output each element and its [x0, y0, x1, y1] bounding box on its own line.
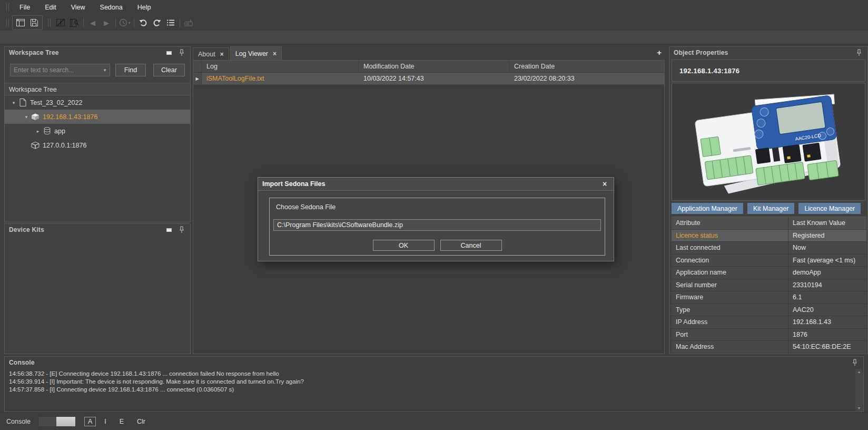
filter-error-button[interactable]: E	[116, 417, 127, 426]
filter-all-button[interactable]: A	[84, 417, 96, 426]
minimize-icon[interactable]	[165, 226, 173, 233]
dialog-body: Choose Sedona File OK Cancel	[258, 191, 614, 256]
clear-console-button[interactable]: Clr	[134, 417, 149, 426]
cancel-button[interactable]: Cancel	[440, 240, 502, 251]
console-toggle[interactable]	[38, 416, 76, 427]
close-workspace-icon[interactable]	[54, 16, 67, 29]
device-upload-icon[interactable]	[182, 16, 196, 29]
row-arrow-icon: ▶	[193, 73, 202, 84]
scroll-up-icon[interactable]: ▲	[857, 370, 861, 374]
application-manager-button[interactable]: Application Manager	[672, 203, 743, 214]
column-creation-date[interactable]: Creation Date	[509, 61, 664, 72]
pin-icon[interactable]	[855, 49, 863, 56]
attribute-row[interactable]: Application name demoApp	[672, 267, 866, 279]
attribute-row[interactable]: Firmware 6.1	[672, 291, 866, 304]
database-icon	[42, 127, 52, 135]
history-icon[interactable]: ▾	[118, 16, 132, 29]
new-window-icon[interactable]	[14, 16, 27, 29]
attr-name: Firmware	[672, 291, 788, 304]
attr-value: demoApp	[788, 267, 866, 279]
tree-node-label: Test_23_02_2022	[30, 99, 82, 106]
attribute-row[interactable]: IP Address 192.168.1.43	[672, 316, 866, 329]
attribute-row[interactable]: Port 1876	[672, 329, 866, 341]
expander-icon[interactable]: ▸	[34, 129, 42, 134]
console-scrollbar[interactable]: ▲ ▼	[855, 369, 863, 411]
expander-icon[interactable]: ▾	[10, 100, 17, 105]
search-input[interactable]	[11, 66, 100, 74]
tree-node-device-connected[interactable]: ▾ 192.168.1.43:1876	[5, 110, 190, 124]
add-tab-icon[interactable]: +	[657, 48, 662, 57]
scroll-down-icon[interactable]: ▼	[857, 406, 861, 410]
file-path-input[interactable]	[273, 219, 601, 231]
toolbar-group-workspace	[12, 15, 43, 30]
kit-manager-button[interactable]: Kit Manager	[747, 203, 794, 214]
forward-icon[interactable]: ▶	[100, 16, 113, 29]
log-modified: 10/03/2022 14:57:43	[359, 73, 509, 84]
device-address-title: 192.168.1.43:1876	[672, 60, 865, 82]
dialog-titlebar[interactable]: Import Sedona Files ×	[258, 178, 614, 191]
menu-view[interactable]: View	[64, 0, 93, 15]
redo-icon[interactable]	[150, 16, 164, 29]
device-image: AAC20-LCD	[672, 83, 865, 201]
pin-icon[interactable]	[851, 359, 859, 366]
save-workspace-icon[interactable]	[27, 16, 41, 29]
import-sedona-files-dialog: Import Sedona Files × Choose Sedona File…	[258, 177, 614, 261]
console-line: 14:57:37.858 - [I] Connecting device 192…	[9, 386, 851, 394]
tree-node-app[interactable]: ▸ app	[5, 124, 190, 138]
pin-icon[interactable]	[177, 49, 186, 56]
attribute-row[interactable]: Last connected Now	[672, 242, 866, 255]
toggle-handle[interactable]	[56, 417, 75, 426]
tab-about[interactable]: About ×	[193, 47, 229, 60]
expander-icon[interactable]: ▾	[23, 114, 30, 120]
menu-edit[interactable]: Edit	[37, 0, 64, 15]
find-button[interactable]: Find	[115, 64, 146, 76]
attribute-row[interactable]: Type AAC20	[672, 304, 866, 317]
list-icon[interactable]	[164, 16, 177, 29]
licence-manager-button[interactable]: Licence Manager	[798, 203, 861, 214]
attr-name: Serial number	[672, 279, 788, 291]
close-icon[interactable]: ×	[600, 180, 609, 188]
pin-icon[interactable]	[177, 226, 186, 233]
console-line: 14:56:39.914 - [I] Important: The device…	[9, 378, 851, 386]
toolbar-grip-2[interactable]	[48, 18, 51, 27]
undo-icon[interactable]	[136, 16, 150, 29]
tree-node-workspace[interactable]: ▾ Test_23_02_2022	[5, 95, 190, 110]
device-illustration: AAC20-LCD	[682, 85, 855, 198]
menu-help[interactable]: Help	[130, 0, 159, 15]
attribute-row[interactable]: Connection Fast (average <1 ms)	[672, 255, 866, 267]
log-table-header: Log Modification Date Creation Date	[193, 61, 664, 73]
column-log[interactable]: Log	[202, 61, 359, 72]
ok-button[interactable]: OK	[373, 240, 435, 251]
back-icon[interactable]: ◀	[86, 16, 100, 29]
console-toolbar: Console A I E Clr	[0, 412, 868, 430]
attr-value: 6.1	[788, 291, 866, 304]
menubar-grip[interactable]	[6, 3, 9, 12]
search-dropdown-icon[interactable]: ▾	[100, 67, 110, 73]
choose-file-group: Choose Sedona File OK Cancel	[269, 198, 605, 256]
workspace-tree-panel: Workspace Tree ▾ Find Clear Workspace Tr…	[4, 46, 191, 222]
clear-button[interactable]: Clear	[153, 64, 185, 76]
device-kits-header: Device Kits	[5, 224, 190, 236]
workspace-tree-title: Workspace Tree	[9, 49, 161, 56]
menu-file[interactable]: File	[12, 0, 37, 15]
dialog-buttons: OK Cancel	[270, 240, 605, 251]
tab-log-viewer[interactable]: Log Viewer ×	[230, 46, 282, 60]
minimize-icon[interactable]	[165, 49, 173, 56]
table-row[interactable]: ▶ iSMAToolLogFile.txt 10/03/2022 14:57:4…	[193, 73, 664, 85]
tree-node-device-local[interactable]: 127.0.0.1:1876	[5, 138, 190, 152]
filter-info-button[interactable]: I	[101, 417, 109, 426]
column-modification-date[interactable]: Modification Date	[359, 61, 509, 72]
close-icon[interactable]: ×	[220, 51, 224, 58]
close-icon[interactable]: ×	[273, 50, 277, 57]
document-icon	[17, 99, 28, 106]
attribute-row[interactable]: Serial number 23310194	[672, 279, 866, 292]
header-gutter	[193, 61, 202, 72]
attr-value: 54:10:EC:6B:DE:2E	[788, 341, 866, 353]
toolbar-grip-1[interactable]	[6, 18, 9, 27]
attribute-row[interactable]: Licence status Registered	[672, 230, 866, 242]
object-properties-header: Object Properties	[669, 47, 867, 58]
log-file-name: iSMAToolLogFile.txt	[202, 73, 359, 84]
menu-sedona[interactable]: Sedona	[93, 0, 130, 15]
log-viewer-icon[interactable]	[67, 16, 81, 29]
attribute-row[interactable]: Mac Address 54:10:EC:6B:DE:2E	[672, 341, 866, 354]
